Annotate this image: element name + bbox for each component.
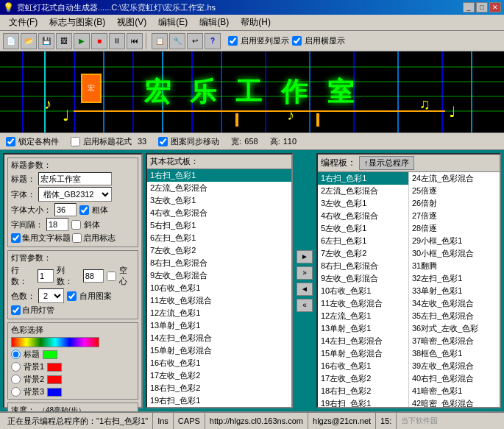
middle-list-item[interactable]: 11左收_色彩混合 xyxy=(147,294,291,307)
middle-list-item[interactable]: 2左流_色彩混合 xyxy=(147,182,291,194)
right-list-item[interactable]: 4右收_色彩混合 xyxy=(318,210,408,222)
right-arrow-button[interactable]: ► xyxy=(297,250,313,263)
color-count-select[interactable]: 213 xyxy=(38,288,64,303)
font-select[interactable]: 楷体_GB2312 xyxy=(38,187,112,202)
middle-list-item[interactable]: 5右扫_色彩1 xyxy=(147,219,291,232)
tb-copy[interactable]: 📋 xyxy=(152,33,168,49)
sync-move-checkbox[interactable] xyxy=(158,137,168,146)
fontsize-input[interactable] xyxy=(54,203,77,216)
radio-title-input[interactable] xyxy=(11,350,21,359)
right-list-item[interactable]: 35左扫_色彩混合 xyxy=(409,310,500,322)
right-list-item[interactable]: 19右扫_色彩1 xyxy=(318,397,408,407)
right-list-item[interactable]: 33单射_色彩1 xyxy=(409,285,500,297)
right-list-item[interactable]: 16右收_色彩1 xyxy=(318,360,408,372)
vertical-display-checkbox[interactable] xyxy=(228,36,238,46)
middle-list-item[interactable]: 3左收_色彩1 xyxy=(147,194,291,207)
tb-undo[interactable]: ↩ xyxy=(187,33,203,49)
italic-checkbox[interactable] xyxy=(71,220,81,230)
title-input[interactable] xyxy=(38,172,112,185)
right-list-item[interactable]: 39左收_色彩混合 xyxy=(409,360,500,372)
middle-list-item[interactable]: 17左收_色彩2 xyxy=(147,369,291,382)
program-list-right[interactable]: 24左流_色彩混合25倍逐26倍射27倍逐28倍逐29小框_色彩130小框_色彩… xyxy=(408,172,500,407)
middle-list-item[interactable]: 7左收_色彩2 xyxy=(147,244,291,257)
tb-new[interactable]: 📄 xyxy=(3,33,19,49)
middle-list-item[interactable]: 12左流_色彩1 xyxy=(147,307,291,319)
custom-title-checkbox[interactable] xyxy=(71,137,80,146)
double-right-arrow-button[interactable]: » xyxy=(297,266,313,280)
tb-pause[interactable]: ⏸ xyxy=(109,33,125,49)
minimize-button[interactable]: _ xyxy=(463,2,475,13)
tb-prev[interactable]: ⏮ xyxy=(127,33,143,49)
right-list-item[interactable]: 24左流_色彩混合 xyxy=(409,172,500,185)
hollow-checkbox[interactable] xyxy=(107,272,116,281)
radio-bg1-input[interactable] xyxy=(11,362,21,372)
basic-styles-list[interactable]: 1右扫_色彩12左流_色彩混合3左收_色彩14右收_色彩混合5右扫_色彩16左扫… xyxy=(147,169,291,407)
right-list-item[interactable]: 14左扫_色彩混合 xyxy=(318,335,408,347)
middle-list-item[interactable]: 14左扫_色彩混合 xyxy=(147,332,291,344)
radio-bg2-input[interactable] xyxy=(11,375,21,384)
tb-play[interactable]: ▶ xyxy=(74,33,90,49)
right-list-item[interactable]: 29小框_色彩1 xyxy=(409,235,500,247)
rows-input[interactable] xyxy=(38,269,54,283)
cust-logo-checkbox[interactable] xyxy=(72,233,82,243)
middle-list-item[interactable]: 19右扫_色彩1 xyxy=(147,394,291,407)
menu-help[interactable]: 帮助(H) xyxy=(235,15,277,30)
tb-help[interactable]: ? xyxy=(205,33,221,49)
show-program-button[interactable]: ↑显示总程序 xyxy=(359,156,414,170)
bold-checkbox[interactable] xyxy=(79,205,89,215)
radio-bg3-input[interactable] xyxy=(11,387,21,397)
right-list-item[interactable]: 12左流_色彩1 xyxy=(318,310,408,322)
right-list-item[interactable]: 8右扫_色彩混合 xyxy=(318,260,408,272)
color-gradient[interactable] xyxy=(11,337,99,347)
tb-img[interactable]: 🖼 xyxy=(56,33,72,49)
right-list-item[interactable]: 38框色_色彩1 xyxy=(409,347,500,360)
auto-tube-checkbox[interactable] xyxy=(11,305,21,315)
right-list-item[interactable]: 6左扫_色彩1 xyxy=(318,235,408,247)
menu-logo[interactable]: 标志与图案(B) xyxy=(43,15,111,30)
middle-list-item[interactable]: 8右扫_色彩混合 xyxy=(147,257,291,269)
middle-list-item[interactable]: 6左扫_色彩1 xyxy=(147,232,291,244)
middle-list-item[interactable]: 4右收_色彩混合 xyxy=(147,207,291,219)
right-list-item[interactable]: 37暗密_色彩混合 xyxy=(409,335,500,347)
middle-list-item[interactable]: 1右扫_色彩1 xyxy=(147,169,291,182)
right-list-item[interactable]: 28倍逐 xyxy=(409,222,500,235)
right-list-item[interactable]: 5左收_色彩1 xyxy=(318,222,408,235)
left-arrow-button[interactable]: ◄ xyxy=(297,283,313,296)
tb-stop[interactable]: ■ xyxy=(91,33,107,49)
tb-save[interactable]: 💾 xyxy=(38,33,54,49)
right-list-item[interactable]: 31翻腾 xyxy=(409,260,500,272)
cols-input[interactable] xyxy=(83,269,104,283)
right-list-item[interactable]: 30小框_色彩混合 xyxy=(409,247,500,260)
right-list-item[interactable]: 26倍射 xyxy=(409,197,500,210)
horizontal-display-checkbox[interactable] xyxy=(292,36,302,46)
right-list-item[interactable]: 32左扫_色彩1 xyxy=(409,272,500,285)
right-list-item[interactable]: 25倍逐 xyxy=(409,185,500,197)
right-list-item[interactable]: 41暗密_色彩1 xyxy=(409,385,500,397)
right-list-item[interactable]: 18右扫_色彩2 xyxy=(318,385,408,397)
right-list-item[interactable]: 2左流_色彩混合 xyxy=(318,185,408,197)
menu-file[interactable]: 文件(F) xyxy=(3,15,43,30)
right-list-item[interactable]: 15单射_色彩混合 xyxy=(318,347,408,360)
double-left-arrow-button[interactable]: « xyxy=(297,299,313,312)
right-list-item[interactable]: 10右收_色彩1 xyxy=(318,285,408,297)
menu-edit[interactable]: 编辑(E) xyxy=(152,15,194,30)
right-list-item[interactable]: 7左收_色彩2 xyxy=(318,247,408,260)
right-list-item[interactable]: 3左收_色彩1 xyxy=(318,197,408,210)
right-list-item[interactable]: 34左收_色彩混合 xyxy=(409,297,500,310)
tb-open[interactable]: 📂 xyxy=(21,33,37,49)
right-list-item[interactable]: 27倍逐 xyxy=(409,210,500,222)
menu-edit2[interactable]: 编辑(B) xyxy=(194,15,235,30)
middle-list-item[interactable]: 9左收_色彩混合 xyxy=(147,269,291,282)
right-list-item[interactable]: 36对式_左收_色彩 xyxy=(409,322,500,335)
right-list-item[interactable]: 40右扫_色彩混合 xyxy=(409,372,500,385)
middle-list-item[interactable]: 18右扫_色彩2 xyxy=(147,382,291,394)
right-list-item[interactable]: 42暗密_色彩混合 xyxy=(409,397,500,407)
right-list-item[interactable]: 9左收_色彩混合 xyxy=(318,272,408,285)
auto-pattern-checkbox[interactable] xyxy=(67,291,77,301)
cust-text-checkbox[interactable] xyxy=(11,233,21,243)
charspacing-input[interactable] xyxy=(46,218,68,231)
middle-list-item[interactable]: 16右收_色彩1 xyxy=(147,357,291,369)
right-list-item[interactable]: 17左收_色彩2 xyxy=(318,372,408,385)
middle-list-item[interactable]: 13单射_色彩1 xyxy=(147,319,291,332)
right-list-item[interactable]: 1右扫_色彩1 xyxy=(318,172,408,185)
